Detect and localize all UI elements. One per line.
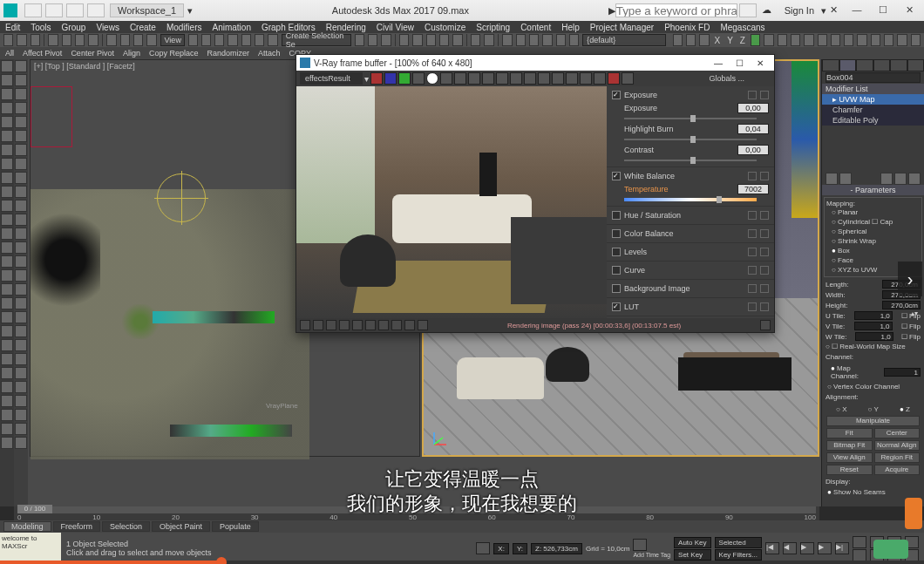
align-button[interactable]: Region Fit: [874, 452, 921, 463]
toolbar-button[interactable]: [529, 34, 539, 46]
menu-item[interactable]: Graph Editors: [262, 23, 316, 32]
vfb-btn[interactable]: [552, 72, 564, 85]
manipulate-button[interactable]: Manipulate: [826, 416, 920, 426]
vfb-status-btn[interactable]: [391, 320, 402, 330]
section-checkbox[interactable]: [612, 91, 621, 99]
cloud-icon[interactable]: ☁: [762, 4, 774, 17]
side-tool-button[interactable]: [1, 200, 13, 212]
toolbar-button[interactable]: [241, 34, 251, 46]
vfb-btn[interactable]: [398, 72, 411, 85]
tile-spinner[interactable]: U Tile:1,0☐ Flip: [822, 310, 924, 321]
side-tool-button[interactable]: [1, 158, 13, 170]
axis-x[interactable]: X: [831, 404, 852, 414]
signin-link[interactable]: Sign In: [785, 5, 814, 16]
vfb-status-btn[interactable]: [352, 320, 363, 330]
stack-btn[interactable]: [880, 173, 893, 185]
side-tool-button[interactable]: [1, 297, 13, 309]
align-button[interactable]: View Align: [826, 452, 873, 463]
stack-btn[interactable]: [839, 173, 852, 185]
side-tool-button[interactable]: [1, 437, 13, 449]
toolbar-button[interactable]: [355, 34, 364, 46]
menu-item[interactable]: Edit: [5, 23, 20, 32]
toolbar-button[interactable]: [569, 34, 579, 46]
side-tool-button[interactable]: [15, 228, 27, 240]
side-tool-button[interactable]: [1, 241, 13, 254]
vfb-status-btn[interactable]: [378, 320, 389, 330]
toolbar-button[interactable]: [3, 34, 13, 46]
title-btn[interactable]: [24, 3, 42, 17]
toolbar-button[interactable]: [201, 34, 211, 46]
reset-icon[interactable]: [748, 302, 757, 311]
side-tool-button[interactable]: [1, 283, 13, 296]
dimension-spinner[interactable]: Height:270,0cm ▴▾: [822, 300, 924, 310]
vfb-maximize[interactable]: ☐: [729, 58, 750, 68]
stack-btn[interactable]: [908, 173, 921, 185]
sub-toolbar-item[interactable]: Align: [123, 49, 140, 58]
side-tool-button[interactable]: [15, 395, 27, 407]
mode-tab[interactable]: Populate: [212, 521, 259, 532]
side-tool-button[interactable]: [1, 255, 13, 268]
align-button[interactable]: Fit: [826, 428, 873, 438]
section-title[interactable]: Color Balance: [624, 229, 674, 238]
menu-item[interactable]: Help: [561, 23, 580, 32]
vfb-btn[interactable]: [594, 72, 606, 85]
stack-btn[interactable]: [825, 173, 838, 185]
info-icon[interactable]: ✕: [830, 4, 842, 17]
side-tool-button[interactable]: [1, 381, 13, 393]
toolbar-button[interactable]: [699, 34, 709, 46]
menu-item[interactable]: Civil View: [377, 23, 414, 32]
side-tool-button[interactable]: [15, 409, 27, 421]
coord-y[interactable]: Y:: [513, 543, 527, 554]
named-set-drop[interactable]: {default}: [582, 34, 665, 46]
side-tool-button[interactable]: [15, 102, 27, 114]
vfb-status-btn[interactable]: [418, 320, 428, 330]
time-tag[interactable]: Add Time Tag: [633, 552, 670, 558]
toolbar-button[interactable]: [871, 34, 880, 46]
mapping-radio[interactable]: Planar: [826, 207, 920, 217]
stack-btn[interactable]: [894, 173, 907, 185]
vfb-channel-drop[interactable]: effectsResult: [300, 72, 363, 85]
side-tool-button[interactable]: [1, 353, 13, 365]
toolbar-button[interactable]: [31, 34, 40, 46]
toolbar-button[interactable]: [542, 34, 552, 46]
toolbar-button[interactable]: [133, 34, 143, 46]
play-end-icon[interactable]: ▶|: [835, 542, 849, 554]
toolbar-button[interactable]: [426, 34, 436, 46]
coord-x[interactable]: X:: [493, 543, 509, 554]
toolbar-button[interactable]: [106, 34, 116, 46]
mapchannel-radio[interactable]: Map Channel:: [825, 364, 884, 381]
section-title[interactable]: Hue / Saturation: [624, 211, 681, 220]
side-tool-button[interactable]: [1, 423, 13, 435]
side-tool-button[interactable]: [1, 409, 13, 421]
mode-tab[interactable]: Selection: [102, 521, 150, 532]
toolbar-button[interactable]: [188, 34, 198, 46]
title-btn[interactable]: [45, 3, 63, 17]
align-button[interactable]: Acquire: [874, 465, 921, 475]
section-title[interactable]: Curve: [624, 266, 645, 275]
axis-y[interactable]: Y: [863, 404, 884, 414]
status-btn[interactable]: [633, 539, 647, 551]
toolbar-button[interactable]: [804, 34, 813, 46]
lock-icon[interactable]: [476, 542, 490, 554]
search-input[interactable]: [615, 3, 737, 17]
menu-item[interactable]: Modifiers: [166, 23, 202, 32]
section-checkbox[interactable]: [612, 248, 621, 256]
side-tool-button[interactable]: [1, 339, 13, 351]
vfb-btn[interactable]: [510, 72, 522, 85]
workspace-selector[interactable]: Workspace_1: [110, 3, 184, 17]
seams-radio[interactable]: Show No Seams: [822, 487, 924, 497]
side-tool-button[interactable]: [15, 423, 27, 435]
tile-spinner[interactable]: V Tile:1,0☐ Flip: [822, 321, 924, 331]
side-tool-button[interactable]: [1, 102, 13, 114]
vfb-btn[interactable]: [468, 72, 480, 85]
title-btn[interactable]: [66, 3, 84, 17]
vfb-btn[interactable]: [412, 72, 425, 85]
section-checkbox[interactable]: [612, 302, 621, 311]
toolbar-button[interactable]: [502, 34, 512, 46]
side-tool-button[interactable]: [15, 130, 27, 142]
mapping-radio[interactable]: Cylindrical ☐ Cap: [826, 217, 920, 227]
param-value[interactable]: 0,00: [737, 145, 769, 155]
side-tool-button[interactable]: [1, 88, 13, 100]
sub-toolbar-item[interactable]: Attach: [258, 49, 281, 58]
rollout-header[interactable]: - Parameters: [822, 185, 924, 195]
